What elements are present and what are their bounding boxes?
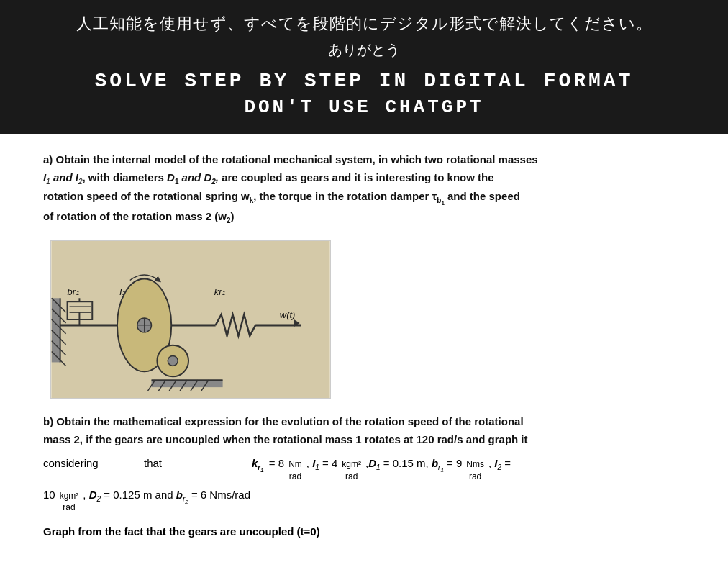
solve-text: SOLVE STEP BY STEP IN DIGITAL FORMAT [29,70,699,92]
section-b-text: b) Obtain the mathematical expression fo… [43,413,685,449]
section-b-line2: mass 2, if the gears are uncoupled when … [43,433,528,445]
arigatou-text: ありがとう [29,40,699,60]
nms-rad-fraction: Nms rad [465,459,486,482]
svg-text:br₁: br₁ [68,286,79,297]
main-content: a) Obtain the internal model of the rota… [0,134,728,559]
header-banner: 人工知能を使用せず、すべてを段階的にデジタル形式で解決してください。 ありがとう… [0,0,728,134]
i1-italic: I1 and I2, with diameters D1 and D2, are… [43,171,494,183]
section-a-line3: rotation speed of the rotational spring … [43,190,520,202]
kgm2-rad-fraction2: kgm² rad [58,491,81,514]
dont-text: DON'T USE CHATGPT [29,96,699,118]
svg-point-24 [168,355,178,366]
considering-label: considering [43,453,115,474]
section-a-line4: of rotation of the rotation mass 2 (w2) [43,210,235,222]
params-math: kr1 = 8 Nm rad , I1 = 4 kgm² rad ,D1 = 0… [252,453,511,482]
section-a: a) Obtain the internal model of the rota… [43,151,685,399]
section-b: b) Obtain the mathematical expression fo… [43,413,685,538]
parameters-row: considering that kr1 = 8 Nm rad , I1 = 4… [43,453,685,482]
svg-text:kr₁: kr₁ [214,286,226,297]
graph-note: Graph from the fact that the gears are u… [43,525,685,538]
kgm2-rad-fraction1: kgm² rad [340,459,363,482]
that-label: that [144,453,230,474]
svg-text:w(t): w(t) [280,309,295,320]
section-a-text: a) Obtain the internal model of the rota… [43,151,685,227]
section-a-label: a) Obtain the internal model of the rota… [43,153,538,165]
section-b-label: b) Obtain the mathematical expression fo… [43,415,524,427]
japanese-text: 人工知能を使用せず、すべてを段階的にデジタル形式で解決してください。 [29,13,699,35]
second-params-row: 10 kgm² rad , D2 = 0.125 m and br2 = 6 N… [43,484,250,514]
nm-rad-fraction: Nm rad [287,459,304,482]
diagram: br₁ I₁ I₂ [50,240,331,399]
